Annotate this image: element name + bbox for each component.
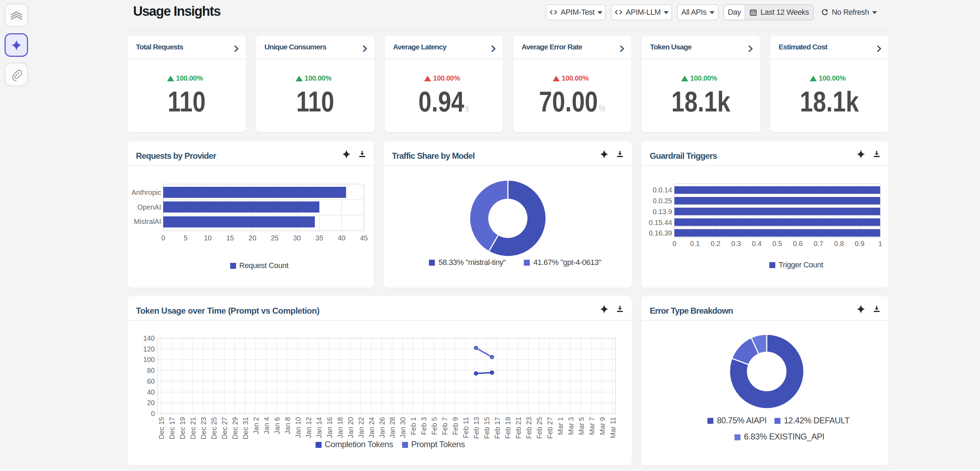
svg-text:Feb 25: Feb 25 <box>536 417 543 439</box>
svg-text:Feb 9: Feb 9 <box>452 417 459 435</box>
svg-text:Dec 27: Dec 27 <box>221 417 228 439</box>
svg-text:Dec 17: Dec 17 <box>168 417 176 439</box>
svg-text:120: 120 <box>143 345 155 353</box>
svg-text:Jan 26: Jan 26 <box>378 417 386 438</box>
svg-text:45: 45 <box>360 234 368 242</box>
svg-text:0.16.39: 0.16.39 <box>649 229 672 237</box>
svg-text:Feb 11: Feb 11 <box>462 417 470 438</box>
svg-text:Jan 12: Jan 12 <box>305 417 312 438</box>
svg-text:Mar 5: Mar 5 <box>578 417 585 435</box>
svg-text:Feb 19: Feb 19 <box>504 417 512 439</box>
svg-text:Trigger Count: Trigger Count <box>779 260 823 269</box>
svg-text:10: 10 <box>204 234 212 242</box>
svg-text:Jan 4: Jan 4 <box>262 417 270 434</box>
svg-text:Feb 7: Feb 7 <box>441 417 449 435</box>
svg-text:0: 0 <box>673 240 676 247</box>
svg-text:Jan 6: Jan 6 <box>273 417 281 434</box>
svg-text:30: 30 <box>293 234 301 242</box>
svg-text:Completion Tokens: Completion Tokens <box>325 439 393 449</box>
svg-text:Jan 10: Jan 10 <box>294 417 302 438</box>
svg-text:MistralAI: MistralAI <box>134 218 161 225</box>
svg-text:0.1: 0.1 <box>690 240 700 247</box>
svg-text:0.0.25: 0.0.25 <box>652 197 672 205</box>
svg-text:Prompt Tokens: Prompt Tokens <box>411 439 465 449</box>
svg-text:Mar 1: Mar 1 <box>557 417 564 435</box>
svg-text:Feb 1: Feb 1 <box>409 417 417 435</box>
svg-text:15: 15 <box>226 234 234 242</box>
svg-text:Jan 2: Jan 2 <box>252 417 260 434</box>
svg-text:Jan 20: Jan 20 <box>347 417 355 438</box>
svg-text:Dec 15: Dec 15 <box>158 417 165 439</box>
svg-text:40: 40 <box>147 388 155 396</box>
svg-text:12.42% DEFAULT: 12.42% DEFAULT <box>784 416 850 425</box>
svg-text:0.7: 0.7 <box>814 240 823 247</box>
svg-text:5: 5 <box>183 234 188 242</box>
svg-text:0: 0 <box>161 234 165 242</box>
svg-text:0: 0 <box>151 410 155 417</box>
svg-text:1: 1 <box>878 240 882 247</box>
svg-text:Jan 18: Jan 18 <box>336 417 344 438</box>
svg-text:100: 100 <box>143 356 155 363</box>
svg-text:25: 25 <box>271 234 278 242</box>
svg-text:Feb 3: Feb 3 <box>420 417 428 435</box>
svg-text:Jan 30: Jan 30 <box>399 417 407 438</box>
svg-text:0.9: 0.9 <box>854 240 864 247</box>
svg-text:140: 140 <box>143 334 155 342</box>
svg-text:Dec 31: Dec 31 <box>242 417 250 439</box>
svg-text:0.0.14: 0.0.14 <box>652 186 672 194</box>
svg-text:Mar 11: Mar 11 <box>609 417 617 438</box>
svg-text:20: 20 <box>147 399 155 407</box>
svg-text:Dec 29: Dec 29 <box>231 417 239 439</box>
svg-text:Mar 9: Mar 9 <box>598 417 606 435</box>
svg-text:58.33% "mistral-tiny": 58.33% "mistral-tiny" <box>439 258 506 267</box>
svg-text:80.75% AIAPI: 80.75% AIAPI <box>717 416 767 425</box>
svg-text:Feb 27: Feb 27 <box>546 417 554 439</box>
svg-text:OpenAI: OpenAI <box>137 203 161 211</box>
svg-text:Jan 16: Jan 16 <box>326 417 333 438</box>
svg-text:Mar 3: Mar 3 <box>567 417 575 435</box>
svg-text:41.67% "gpt-4-0613": 41.67% "gpt-4-0613" <box>533 258 601 267</box>
svg-text:Jan 8: Jan 8 <box>284 417 291 434</box>
svg-text:0.13.9: 0.13.9 <box>652 208 672 216</box>
svg-text:Feb 13: Feb 13 <box>473 417 480 439</box>
svg-text:Jan 24: Jan 24 <box>368 417 375 438</box>
svg-text:0.8: 0.8 <box>834 240 844 247</box>
svg-text:0.15.44: 0.15.44 <box>649 219 672 227</box>
svg-text:Mar 7: Mar 7 <box>588 417 596 435</box>
svg-text:Feb 15: Feb 15 <box>483 417 491 439</box>
svg-text:Feb 23: Feb 23 <box>525 417 533 439</box>
svg-text:0.3: 0.3 <box>731 240 741 247</box>
svg-text:Jan 22: Jan 22 <box>357 417 365 438</box>
svg-text:Feb 17: Feb 17 <box>493 417 501 439</box>
svg-text:0.4: 0.4 <box>752 240 762 247</box>
svg-text:0.2: 0.2 <box>711 240 721 247</box>
svg-text:Anthropic: Anthropic <box>132 188 161 196</box>
svg-text:Request Count: Request Count <box>239 261 289 270</box>
svg-text:80: 80 <box>147 367 155 374</box>
svg-text:Dec 25: Dec 25 <box>210 417 218 439</box>
svg-text:Dec 23: Dec 23 <box>200 417 207 439</box>
svg-text:40: 40 <box>338 234 345 242</box>
svg-text:0.6: 0.6 <box>793 240 803 247</box>
svg-text:60: 60 <box>147 377 155 385</box>
svg-text:35: 35 <box>316 234 323 242</box>
svg-text:Dec 21: Dec 21 <box>189 417 197 439</box>
svg-text:0.5: 0.5 <box>772 240 782 247</box>
svg-text:Feb 5: Feb 5 <box>430 417 438 435</box>
svg-text:20: 20 <box>249 234 256 242</box>
svg-text:Jan 28: Jan 28 <box>388 417 396 438</box>
svg-text:Dec 19: Dec 19 <box>179 417 186 439</box>
svg-text:6.83% EXISTING_API: 6.83% EXISTING_API <box>744 432 824 441</box>
svg-text:Jan 14: Jan 14 <box>315 417 323 438</box>
svg-text:Feb 21: Feb 21 <box>514 417 522 439</box>
